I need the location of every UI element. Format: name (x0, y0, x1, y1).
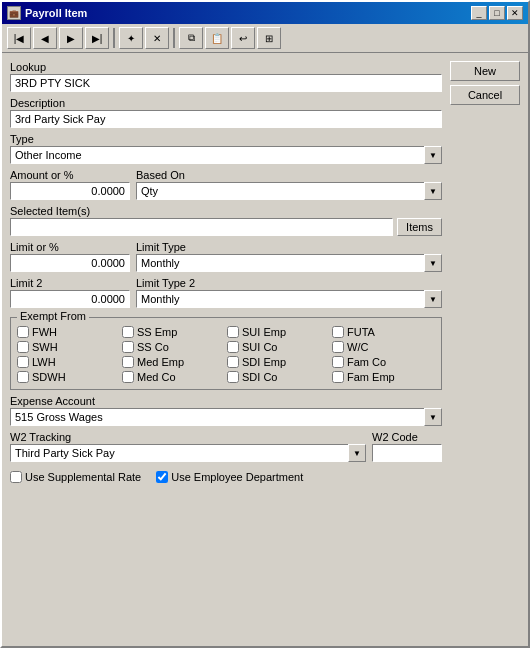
selected-items-input[interactable] (10, 218, 393, 236)
checkbox-wc: W/C (332, 341, 435, 353)
expense-account-label: Expense Account (10, 395, 442, 407)
limit-input[interactable] (10, 254, 130, 272)
sdwh-checkbox[interactable] (17, 371, 29, 383)
first-btn[interactable]: |◀ (7, 27, 31, 49)
limit-type-select[interactable]: Monthly Annual Per Pay Period (136, 254, 442, 272)
sdi-co-checkbox[interactable] (227, 371, 239, 383)
limit2-input[interactable] (10, 290, 130, 308)
last-btn[interactable]: ▶| (85, 27, 109, 49)
window-icon: 💼 (7, 6, 21, 20)
employee-dept-checkbox[interactable] (156, 471, 168, 483)
next-btn[interactable]: ▶ (59, 27, 83, 49)
wc-checkbox[interactable] (332, 341, 344, 353)
items-button[interactable]: Items (397, 218, 442, 236)
swh-checkbox[interactable] (17, 341, 29, 353)
w2-code-field: W2 Code (372, 431, 442, 462)
w2-code-input[interactable] (372, 444, 442, 462)
maximize-btn[interactable]: □ (489, 6, 505, 20)
sui-co-label: SUI Co (242, 341, 277, 353)
w2-tracking-select[interactable]: Third Party Sick Pay None (10, 444, 366, 462)
expense-account-select-wrapper: 515 Gross Wages ▼ (10, 408, 442, 426)
wc-label: W/C (347, 341, 368, 353)
checkbox-sdi-co: SDI Co (227, 371, 330, 383)
futa-label: FUTA (347, 326, 375, 338)
med-co-checkbox[interactable] (122, 371, 134, 383)
based-on-field: Based On Qty Hours Salary ▼ (136, 169, 442, 200)
limit2-label: Limit 2 (10, 277, 130, 289)
supplemental-rate-checkbox[interactable] (10, 471, 22, 483)
lwh-checkbox[interactable] (17, 356, 29, 368)
fam-emp-checkbox[interactable] (332, 371, 344, 383)
checkbox-sdi-emp: SDI Emp (227, 356, 330, 368)
checkbox-ss-co: SS Co (122, 341, 225, 353)
limit-type-label: Limit Type (136, 241, 442, 253)
type-select-wrapper: Other Income Regular Overtime Salary ▼ (10, 146, 442, 164)
new-button[interactable]: New (450, 61, 520, 81)
title-bar-left: 💼 Payroll Item (7, 6, 87, 20)
minimize-btn[interactable]: _ (471, 6, 487, 20)
description-input[interactable] (10, 110, 442, 128)
checkbox-med-emp: Med Emp (122, 356, 225, 368)
sdwh-label: SDWH (32, 371, 66, 383)
title-buttons: _ □ ✕ (471, 6, 523, 20)
limit-row: Limit or % Limit Type Monthly Annual Per… (10, 241, 442, 272)
selected-items-label: Selected Item(s) (10, 205, 442, 217)
exempt-from-label: Exempt From (17, 310, 89, 322)
sui-co-checkbox[interactable] (227, 341, 239, 353)
delete-btn[interactable]: ✕ (145, 27, 169, 49)
limit-label: Limit or % (10, 241, 130, 253)
med-emp-checkbox[interactable] (122, 356, 134, 368)
w2-tracking-field: W2 Tracking Third Party Sick Pay None ▼ (10, 431, 366, 462)
ss-co-checkbox[interactable] (122, 341, 134, 353)
prev-btn[interactable]: ◀ (33, 27, 57, 49)
grid-btn[interactable]: ⊞ (257, 27, 281, 49)
w2-tracking-select-wrapper: Third Party Sick Pay None ▼ (10, 444, 366, 462)
amount-field: Amount or % (10, 169, 130, 200)
checkbox-lwh: LWH (17, 356, 120, 368)
limit-type2-field: Limit Type 2 Monthly Annual Per Pay Peri… (136, 277, 442, 308)
selected-items-field: Selected Item(s) Items (10, 205, 442, 236)
checkbox-med-co: Med Co (122, 371, 225, 383)
toolbar: |◀ ◀ ▶ ▶| ✦ ✕ ⧉ 📋 ↩ ⊞ (2, 24, 528, 53)
separator-1 (113, 28, 115, 48)
fam-co-checkbox[interactable] (332, 356, 344, 368)
sui-emp-checkbox[interactable] (227, 326, 239, 338)
limit-type-field: Limit Type Monthly Annual Per Pay Period… (136, 241, 442, 272)
expense-account-select[interactable]: 515 Gross Wages (10, 408, 442, 426)
undo-btn[interactable]: ↩ (231, 27, 255, 49)
fwh-label: FWH (32, 326, 57, 338)
limit-type2-select[interactable]: Monthly Annual Per Pay Period (136, 290, 442, 308)
sdi-emp-checkbox[interactable] (227, 356, 239, 368)
limit-type2-label: Limit Type 2 (136, 277, 442, 289)
add-btn[interactable]: ✦ (119, 27, 143, 49)
amount-input[interactable] (10, 182, 130, 200)
expense-account-field: Expense Account 515 Gross Wages ▼ (10, 395, 442, 426)
checkbox-sdwh: SDWH (17, 371, 120, 383)
sdi-emp-label: SDI Emp (242, 356, 286, 368)
main-form: Lookup Description Type Other Income Reg… (10, 61, 442, 638)
checkbox-sui-emp: SUI Emp (227, 326, 330, 338)
lookup-input[interactable] (10, 74, 442, 92)
window-title: Payroll Item (25, 7, 87, 19)
title-bar: 💼 Payroll Item _ □ ✕ (2, 2, 528, 24)
type-select[interactable]: Other Income Regular Overtime Salary (10, 146, 442, 164)
cancel-button[interactable]: Cancel (450, 85, 520, 105)
paste-btn[interactable]: 📋 (205, 27, 229, 49)
limit2-field: Limit 2 (10, 277, 130, 308)
supplemental-rate-checkbox-item: Use Supplemental Rate (10, 471, 141, 483)
copy-btn[interactable]: ⧉ (179, 27, 203, 49)
selected-items-row: Items (10, 218, 442, 236)
w2-row: W2 Tracking Third Party Sick Pay None ▼ … (10, 431, 442, 462)
based-on-select-wrapper: Qty Hours Salary ▼ (136, 182, 442, 200)
limit-field: Limit or % (10, 241, 130, 272)
med-emp-label: Med Emp (137, 356, 184, 368)
based-on-select[interactable]: Qty Hours Salary (136, 182, 442, 200)
close-btn[interactable]: ✕ (507, 6, 523, 20)
checkbox-fam-co: Fam Co (332, 356, 435, 368)
fwh-checkbox[interactable] (17, 326, 29, 338)
ss-emp-checkbox[interactable] (122, 326, 134, 338)
supplemental-rate-label: Use Supplemental Rate (25, 471, 141, 483)
futa-checkbox[interactable] (332, 326, 344, 338)
lwh-label: LWH (32, 356, 56, 368)
type-field: Type Other Income Regular Overtime Salar… (10, 133, 442, 164)
